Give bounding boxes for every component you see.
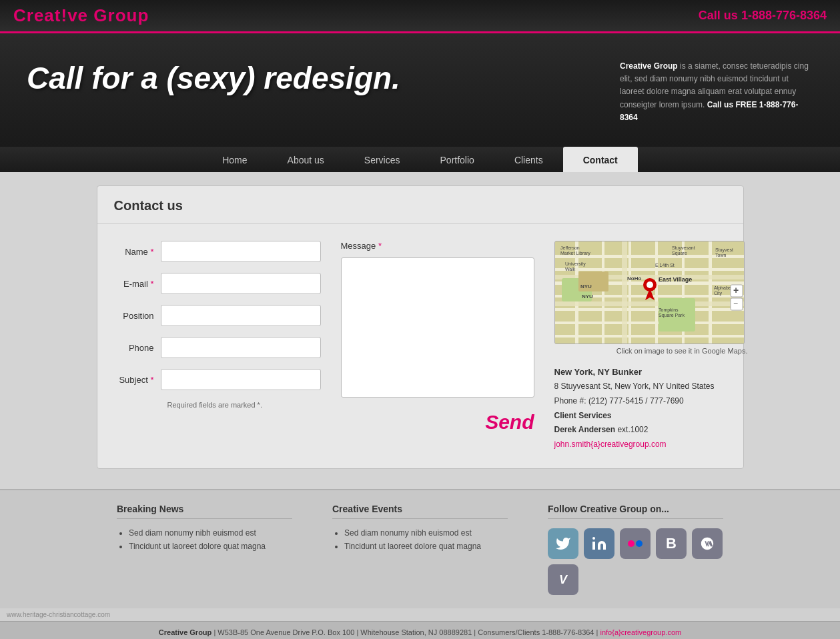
phone-input[interactable] [161, 337, 321, 358]
nav-about[interactable]: About us [268, 148, 344, 172]
email-required: * [150, 279, 153, 289]
address-block: New York, NY Bunker 8 Stuyvesant St, New… [554, 364, 748, 452]
send-row: Send [341, 411, 534, 434]
nav-portfolio[interactable]: Portfolio [420, 148, 494, 172]
message-section: Message * Send [341, 241, 534, 452]
blogger-icon[interactable]: B [656, 528, 687, 559]
svg-text:Square Park: Square Park [659, 313, 685, 318]
list-item: Tincidunt ut laoreet dolore quat magna [129, 542, 292, 551]
watermark: www.heritage-christiancottage.com [0, 608, 840, 621]
footer-events: Creative Events Sed diam nonumy nibh eui… [312, 490, 528, 608]
svg-text:University: University [565, 261, 586, 267]
header: Creat!ve Group Call us 1-888-776-8364 [0, 0, 840, 33]
wordpress-icon[interactable] [692, 528, 723, 559]
footer-news: Breaking News Sed diam nonumy nibh euism… [97, 490, 312, 608]
required-note: Required fields are marked *. [114, 401, 321, 409]
main-content: Contact us Name * E-mail * Position Phon… [0, 172, 840, 489]
email-label: E-mail * [114, 279, 161, 289]
svg-text:Square: Square [672, 251, 687, 256]
contact-title: Contact us [97, 186, 743, 224]
name-row: Name * [114, 241, 321, 262]
svg-text:−: − [733, 299, 738, 308]
contact-form: Name * E-mail * Position Phone Subject * [114, 241, 321, 452]
message-textarea[interactable] [341, 257, 534, 398]
logo[interactable]: Creat!ve Group [13, 5, 149, 26]
footer-social: Follow Creative Group on... B V [528, 490, 743, 608]
flickr-icon[interactable] [620, 528, 651, 559]
hero-description: Creative Group is a siamet, consec tetue… [620, 60, 813, 124]
contact-body: Name * E-mail * Position Phone Subject * [97, 224, 743, 468]
message-required: * [378, 241, 382, 251]
contact-container: Contact us Name * E-mail * Position Phon… [97, 185, 744, 469]
logo-text-1: Creat [13, 5, 61, 25]
message-label: Message * [341, 241, 534, 251]
svg-rect-15 [555, 301, 745, 306]
map-section: East Village Jefferson Market Library St… [554, 241, 748, 452]
header-phone: Call us 1-888-776-8364 [699, 9, 827, 23]
footer-email[interactable]: info{a}creativegroup.com [600, 628, 681, 636]
position-label: Position [114, 311, 161, 321]
svg-rect-16 [622, 241, 627, 344]
map-image[interactable]: East Village Jefferson Market Library St… [554, 241, 745, 344]
subject-row: Subject * [114, 369, 321, 390]
svg-text:Stuyvesant: Stuyvesant [672, 245, 695, 251]
name-input[interactable] [161, 241, 321, 262]
svg-text:NYU: NYU [582, 293, 593, 299]
svg-rect-5 [555, 308, 745, 311]
email-row: E-mail * [114, 273, 321, 294]
contact-person: Derek Andersen ext.1002 [554, 423, 748, 438]
send-button[interactable]: Send [485, 411, 534, 434]
logo-text-2: ve Group [67, 5, 149, 25]
position-input[interactable] [161, 305, 321, 326]
footer-news-title: Breaking News [117, 504, 292, 519]
svg-point-22 [647, 281, 653, 288]
person-name: Derek Andersen [554, 425, 616, 434]
map-caption: Click on image to see it in Google Maps. [554, 347, 748, 355]
svg-rect-2 [555, 268, 745, 271]
hero-section: Call for a (sexy) redesign. Creative Gro… [0, 33, 840, 147]
name-label: Name * [114, 247, 161, 257]
svg-text:Tompkins: Tompkins [659, 307, 679, 313]
navigation: Home About us Services Portfolio Clients… [0, 147, 840, 172]
address-street: 8 Stuyvesant St, New York, NY United Sta… [554, 380, 748, 394]
social-icons-group: B V [548, 528, 723, 595]
svg-rect-7 [555, 335, 745, 338]
nav-contact[interactable]: Contact [563, 147, 638, 172]
subject-required: * [150, 375, 153, 385]
svg-rect-9 [602, 241, 604, 344]
address-phone: Phone #: (212) 777-5415 / 777-7690 [554, 394, 748, 409]
name-required: * [150, 247, 153, 257]
svg-text:East Village: East Village [659, 276, 692, 283]
footer-events-title: Creative Events [332, 504, 508, 519]
svg-point-45 [628, 540, 635, 547]
svg-text:Stuyvest: Stuyvest [715, 247, 733, 253]
twitter-icon[interactable] [548, 528, 578, 559]
svg-text:City: City [714, 291, 723, 296]
bottom-footer: Creative Group | W53B-85 One Avenue Driv… [0, 621, 840, 639]
nav-home[interactable]: Home [202, 148, 267, 172]
email-input[interactable] [161, 273, 321, 294]
svg-rect-10 [628, 241, 631, 344]
list-item: Tincidunt ut laoreet dolore quat magna [344, 542, 508, 551]
linkedin-icon[interactable] [584, 528, 614, 559]
svg-rect-13 [709, 241, 712, 344]
footer-events-list: Sed diam nonumy nibh euismod est Tincidu… [332, 528, 508, 551]
footer-address: W53B-85 One Avenue Drive P.O. Box 100 | … [218, 628, 598, 636]
nav-clients[interactable]: Clients [494, 148, 563, 172]
subject-input[interactable] [161, 369, 321, 390]
svg-text:E 14th St: E 14th St [655, 263, 675, 267]
nav-services[interactable]: Services [344, 148, 420, 172]
contact-email[interactable]: john.smith{a}creativegroup.com [554, 440, 667, 449]
logo-exclamation: ! [61, 5, 67, 25]
list-item: Sed diam nonumy nibh euismod est [129, 528, 292, 538]
map-svg: East Village Jefferson Market Library St… [555, 241, 745, 344]
svg-point-46 [636, 540, 643, 547]
svg-text:+: + [733, 285, 739, 295]
phone-label: Phone [114, 343, 161, 353]
svg-text:Town: Town [715, 253, 726, 257]
footer-news-list: Sed diam nonumy nibh euismod est Tincidu… [117, 528, 292, 551]
vimeo-icon[interactable]: V [548, 564, 578, 595]
address-city: New York, NY Bunker [554, 364, 748, 380]
svg-text:NoHo: NoHo [627, 275, 641, 281]
phone-row: Phone [114, 337, 321, 358]
